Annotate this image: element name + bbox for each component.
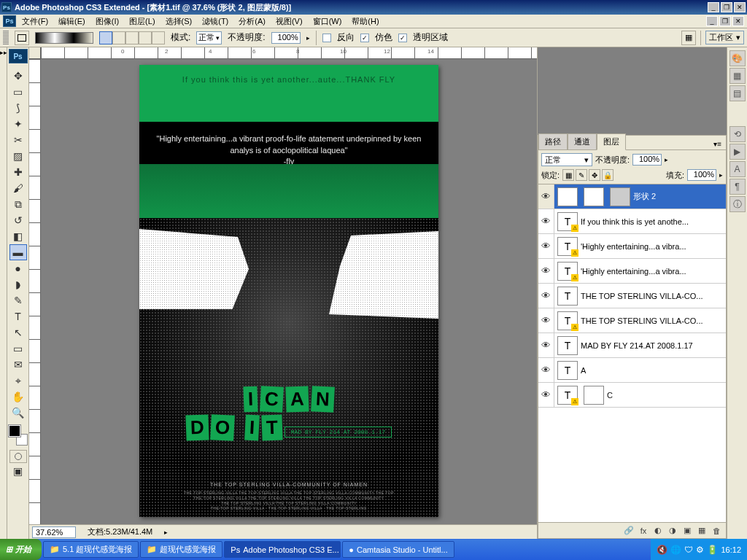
eyedropper-tool[interactable]: ⌖ xyxy=(9,373,27,389)
move-tool[interactable]: ✥ xyxy=(9,68,27,84)
text-layer-icon[interactable]: T⚠ xyxy=(557,212,578,231)
history-icon[interactable]: ⟲ xyxy=(729,126,746,142)
text-layer-icon[interactable]: T xyxy=(557,361,578,380)
color-swatch[interactable] xyxy=(9,425,28,446)
tool-dock-collapse[interactable]: ▸▸ xyxy=(0,47,7,539)
tab-layers[interactable]: 图层 xyxy=(597,133,626,150)
close-button[interactable]: ✕ xyxy=(734,2,746,12)
heal-tool[interactable]: ✚ xyxy=(9,164,27,180)
workspace-select[interactable]: 工作区▾ xyxy=(705,31,744,44)
visibility-toggle[interactable]: 👁 xyxy=(538,308,554,332)
opacity-input[interactable]: 100% xyxy=(271,32,301,44)
layer-name[interactable]: THE TOP STERLING VILLA-CO... xyxy=(581,292,726,300)
go-bridge-button[interactable]: ▦ xyxy=(681,31,696,45)
taskbar-item[interactable]: 📁 超现代感觉海报 xyxy=(140,541,222,558)
tab-channels[interactable]: 通道 xyxy=(568,133,597,149)
screen-mode-button[interactable]: ▣ xyxy=(9,463,27,479)
menu-select[interactable]: 选择(S) xyxy=(161,15,197,28)
layer-row[interactable]: 👁 T A xyxy=(538,358,726,383)
layer-name[interactable]: If you think this is yet anothe... xyxy=(581,217,726,226)
layer-thumb[interactable] xyxy=(557,187,578,206)
visibility-toggle[interactable]: 👁 xyxy=(538,284,554,308)
minimize-button[interactable]: _ xyxy=(708,2,719,12)
doc-minimize-button[interactable]: _ xyxy=(706,16,718,26)
taskbar-item[interactable]: Ps Adobe Photoshop CS3 E... xyxy=(224,541,341,558)
tray-icon[interactable]: 🛡 xyxy=(684,545,693,555)
lock-pixels-button[interactable]: ✎ xyxy=(576,169,587,181)
reverse-checkbox[interactable] xyxy=(322,34,331,42)
slice-tool[interactable]: ▨ xyxy=(9,148,27,164)
lock-transparent-button[interactable]: ▦ xyxy=(562,169,574,181)
dodge-tool[interactable]: ◗ xyxy=(9,276,27,292)
layer-row[interactable]: 👁 T⚠ THE TOP STERLING VILLA-CO... xyxy=(538,308,726,333)
tray-icon[interactable]: 🌐 xyxy=(670,545,681,555)
menu-view[interactable]: 视图(V) xyxy=(271,15,307,28)
layer-name[interactable]: THE TOP STERLING VILLA-CO... xyxy=(581,316,726,325)
fx-button[interactable]: fx xyxy=(637,524,650,537)
history-brush-tool[interactable]: ↺ xyxy=(9,212,27,228)
wand-tool[interactable]: ✦ xyxy=(9,116,27,132)
menu-image[interactable]: 图像(I) xyxy=(91,15,123,28)
visibility-toggle[interactable]: 👁 xyxy=(538,333,554,357)
new-group-button[interactable]: ▣ xyxy=(681,524,694,537)
menu-file[interactable]: 文件(F) xyxy=(18,15,53,28)
hand-tool[interactable]: ✋ xyxy=(9,389,27,405)
text-layer-icon[interactable]: T⚠ xyxy=(557,386,578,405)
vector-mask-thumb[interactable] xyxy=(610,187,630,206)
layer-opacity-input[interactable]: 100% xyxy=(632,154,662,166)
info-icon[interactable]: ⓘ xyxy=(729,196,746,212)
layer-row[interactable]: 👁 T⚠ C xyxy=(538,383,726,408)
pen-tool[interactable]: ✎ xyxy=(9,292,27,308)
layer-name[interactable]: A xyxy=(581,366,726,375)
taskbar-item[interactable]: ● Camtasia Studio - Untitl... xyxy=(342,541,454,558)
zoom-input[interactable]: 37.62% xyxy=(32,526,76,538)
crop-tool[interactable]: ✂ xyxy=(9,132,27,148)
text-layer-icon[interactable]: T⚠ xyxy=(557,237,578,256)
adjustment-layer-button[interactable]: ◑ xyxy=(666,524,679,537)
actions-icon[interactable]: ▶ xyxy=(729,144,746,160)
layer-name[interactable]: MAD BY FLY 214.AT 2008.1.17 xyxy=(581,341,726,350)
layer-mask-thumb[interactable] xyxy=(584,386,604,405)
tab-paths[interactable]: 路径 xyxy=(538,133,568,149)
new-layer-button[interactable]: ▦ xyxy=(695,524,708,537)
menu-edit[interactable]: 编辑(E) xyxy=(54,15,90,28)
start-button[interactable]: ⊞ 开始 xyxy=(0,539,42,560)
system-tray[interactable]: 🔇 🌐 🛡 ⚙ 🔋 16:12 xyxy=(651,539,747,560)
visibility-toggle[interactable]: 👁 xyxy=(538,383,554,407)
panel-menu-button[interactable]: ▾≡ xyxy=(709,139,726,149)
layer-row[interactable]: 👁 T⚠ If you think this is yet anothe... xyxy=(538,209,726,234)
notes-tool[interactable]: ✉ xyxy=(9,357,27,373)
tray-clock[interactable]: 16:12 xyxy=(721,545,741,554)
paragraph-icon[interactable]: ¶ xyxy=(729,179,746,195)
lock-all-button[interactable]: 🔒 xyxy=(602,169,614,181)
visibility-toggle[interactable]: 👁 xyxy=(538,209,554,233)
maximize-button[interactable]: ❐ xyxy=(721,2,732,12)
layer-list[interactable]: 👁 形状 2 👁 T⚠ If you think this is yet ano… xyxy=(538,184,726,522)
shape-tool[interactable]: ▭ xyxy=(9,341,27,357)
blur-tool[interactable]: ● xyxy=(9,260,27,276)
navigator-icon[interactable]: 🎨 xyxy=(729,50,746,66)
gradient-preview[interactable] xyxy=(35,32,93,44)
text-layer-icon[interactable]: T xyxy=(557,336,578,355)
layer-name[interactable]: 形状 2 xyxy=(633,191,726,202)
doc-close-button[interactable]: ✕ xyxy=(732,16,744,26)
layer-blend-select[interactable]: 正常▾ xyxy=(541,153,592,166)
menu-help[interactable]: 帮助(H) xyxy=(347,15,383,28)
character-icon[interactable]: A xyxy=(729,161,746,177)
visibility-toggle[interactable]: 👁 xyxy=(538,234,554,258)
gradient-diamond-button[interactable] xyxy=(152,31,165,44)
blend-mode-select[interactable]: 正常▾ xyxy=(196,31,222,44)
menu-filter[interactable]: 滤镜(T) xyxy=(198,15,233,28)
gradient-tool[interactable]: ▬ xyxy=(9,244,27,260)
ruler-origin[interactable] xyxy=(29,47,41,59)
menu-analysis[interactable]: 分析(A) xyxy=(234,15,270,28)
text-layer-icon[interactable]: T⚠ xyxy=(557,311,578,330)
path-select-tool[interactable]: ↖ xyxy=(9,324,27,341)
fill-input[interactable]: 100% xyxy=(687,169,716,181)
foreground-color[interactable] xyxy=(9,425,20,437)
doc-restore-button[interactable]: ❐ xyxy=(719,16,731,26)
tool-preset-button[interactable] xyxy=(15,31,29,45)
delete-layer-button[interactable]: 🗑 xyxy=(710,524,723,537)
canvas-viewport[interactable]: If you think this is yet another...aute.… xyxy=(41,59,537,524)
marquee-tool[interactable]: ▭ xyxy=(9,84,27,100)
